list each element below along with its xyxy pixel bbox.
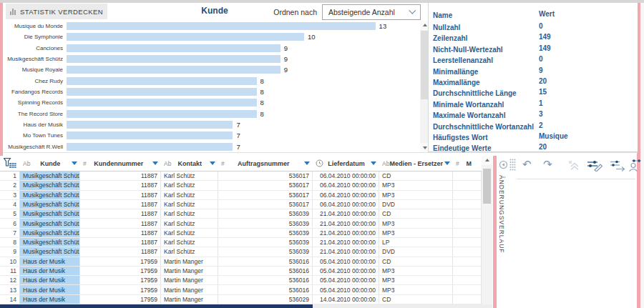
table-cell[interactable] (453, 267, 482, 275)
table-cell[interactable]: 536029 (218, 295, 313, 304)
table-cell[interactable]: Musikgeschäft Schütz (20, 181, 80, 189)
column-header-m[interactable]: #M (453, 156, 482, 171)
table-row[interactable]: 14Haus der Musik17959Martin Manger536029… (0, 295, 482, 304)
table-scrollbar-thumb[interactable] (483, 169, 491, 204)
table-cell[interactable]: Musikgeschäft Schütz (20, 191, 80, 199)
table-cell[interactable] (453, 219, 482, 227)
table-cell[interactable]: Haus der Musik (20, 267, 80, 275)
horizontal-scrollbar-thumb[interactable] (0, 304, 313, 308)
table-cell[interactable]: Martin Manger (161, 295, 218, 304)
table-cell[interactable]: 06.04.2010 00:00:00 (313, 172, 379, 180)
table-row[interactable]: 6Musikgeschäft Schütz11887Karl Schütz536… (0, 219, 482, 228)
table-cell[interactable]: 05.04.2010 00:00:00 (313, 276, 379, 284)
table-cell[interactable]: MP3 (379, 229, 453, 237)
table-cell[interactable] (453, 172, 482, 180)
column-header-lieferdatum[interactable]: Lieferdatum (313, 156, 379, 171)
table-cell[interactable]: CD (379, 295, 453, 304)
filter-dropdown-icon[interactable] (304, 162, 310, 165)
filter-dropdown-icon[interactable] (444, 162, 450, 165)
table-row[interactable]: 1Musikgeschäft Schütz11887Karl Schütz536… (0, 172, 482, 181)
table-cell[interactable]: 14.04.2010 00:00:00 (313, 295, 379, 304)
table-cell[interactable]: 17959 (80, 257, 161, 266)
bar[interactable] (67, 131, 233, 139)
bar-row[interactable]: Fandangos Records8 (3, 86, 417, 97)
bar[interactable] (67, 44, 280, 52)
table-cell[interactable]: 21.04.2010 00:00:00 (313, 219, 379, 227)
table-row[interactable]: 11Haus der Musik17959Martin Manger536016… (0, 267, 482, 276)
filter-dropdown-icon[interactable] (210, 162, 215, 165)
edit-transformation-button[interactable] (587, 159, 604, 172)
table-cell[interactable]: Martin Manger (161, 276, 218, 284)
table-cell[interactable]: 21.04.2010 00:00:00 (313, 209, 379, 218)
table-cell[interactable]: CD (379, 257, 453, 266)
table-cell[interactable] (453, 276, 482, 284)
table-cell[interactable]: Musikgeschäft Schütz (20, 172, 80, 180)
promote-action-button[interactable] (568, 160, 580, 171)
table-cell[interactable]: Haus der Musik (20, 285, 80, 294)
table-cell[interactable]: 536016 (218, 276, 313, 284)
table-cell[interactable] (453, 181, 482, 189)
table-cell[interactable]: 06.04.2010 00:00:00 (313, 200, 379, 209)
table-cell[interactable]: Karl Schütz (161, 181, 218, 189)
table-cell[interactable]: Musikgeschäft Schütz (20, 238, 80, 247)
table-cell[interactable] (453, 229, 482, 237)
bar-row[interactable]: Musikgeschäft Schütz9 (3, 54, 417, 64)
table-scrollbar[interactable] (482, 156, 492, 304)
table-cell[interactable]: 536039 (218, 247, 313, 256)
table-cell[interactable]: 536039 (218, 229, 313, 237)
table-cell[interactable]: 536017 (218, 181, 313, 189)
table-cell[interactable] (453, 209, 482, 218)
table-cell[interactable]: CD (379, 209, 453, 218)
table-cell[interactable]: Karl Schütz (161, 172, 218, 180)
table-row[interactable]: 9Musikgeschäft Schütz11887Karl Schütz536… (0, 247, 482, 257)
table-cell[interactable]: 536039 (218, 238, 313, 247)
table-cell[interactable]: Karl Schütz (161, 209, 218, 218)
table-row[interactable]: 8Musikgeschäft Schütz11887Karl Schütz536… (0, 238, 482, 247)
table-cell[interactable]: Haus der Musik (20, 295, 80, 304)
table-cell[interactable]: MP3 (379, 181, 453, 189)
table-cell[interactable]: 05.04.2010 00:00:00 (313, 267, 379, 275)
table-cell[interactable]: Karl Schütz (161, 229, 218, 237)
filter-dropdown-icon[interactable] (152, 162, 158, 165)
table-cell[interactable]: Musikgeschäft Schütz (20, 247, 80, 256)
table-row[interactable]: 3Musikgeschäft Schütz11887Karl Schütz536… (0, 191, 482, 200)
undo-button[interactable]: ↶ (522, 159, 532, 170)
table-cell[interactable]: 536017 (218, 191, 313, 199)
table-cell[interactable]: 17959 (80, 295, 161, 304)
table-cell[interactable] (453, 257, 482, 266)
table-cell[interactable]: CD (379, 172, 453, 180)
table-row[interactable]: 13Haus der Musik17959Martin Manger536016… (0, 285, 482, 294)
table-cell[interactable] (453, 200, 482, 209)
table-cell[interactable]: 11887 (80, 209, 161, 218)
bar-row[interactable]: Spinning Records8 (3, 97, 417, 108)
table-cell[interactable]: MP3 (379, 191, 453, 199)
table-cell[interactable]: Martin Manger (161, 267, 218, 275)
table-cell[interactable]: Musikgeschäft Schütz (20, 209, 80, 218)
table-cell[interactable]: Karl Schütz (161, 247, 218, 256)
bar-row[interactable]: Musique du Monde13 (3, 21, 417, 31)
table-cell[interactable] (453, 247, 482, 256)
table-cell[interactable]: MP3 (379, 219, 453, 227)
table-cell[interactable]: 536016 (218, 267, 313, 275)
bar-row[interactable]: Die Symphonie10 (3, 31, 417, 42)
table-cell[interactable]: 06.04.2010 00:00:00 (313, 191, 379, 199)
table-cell[interactable]: 536039 (218, 209, 313, 218)
table-row[interactable]: 2Musikgeschäft Schütz11887Karl Schütz536… (0, 181, 482, 190)
bar[interactable] (67, 99, 257, 106)
table-row[interactable]: 4Musikgeschäft Schütz11887Karl Schütz536… (0, 200, 482, 209)
table-cell[interactable]: DVD (379, 247, 453, 256)
table-cell[interactable] (453, 285, 482, 294)
bar-row[interactable]: The Record Store8 (3, 109, 417, 119)
column-header-kundennummer[interactable]: #Kundennummer (80, 156, 161, 171)
table-cell[interactable]: 11887 (80, 181, 161, 189)
table-cell[interactable]: 11887 (80, 229, 161, 237)
table-cell[interactable]: Martin Manger (161, 257, 218, 266)
hide-statistics-button[interactable]: STATISTIK VERDECKEN (6, 4, 107, 19)
table-cell[interactable]: 11887 (80, 219, 161, 227)
table-cell[interactable]: 536039 (218, 219, 313, 227)
bar-row[interactable]: Mo Town Tunes7 (3, 130, 417, 141)
column-header-medien-ersetzen[interactable]: AbMedien - Ersetzen (379, 156, 453, 171)
drag-handle-icon[interactable] (509, 159, 516, 171)
person-transformation-button[interactable] (628, 159, 642, 172)
table-cell[interactable]: Karl Schütz (161, 200, 218, 209)
